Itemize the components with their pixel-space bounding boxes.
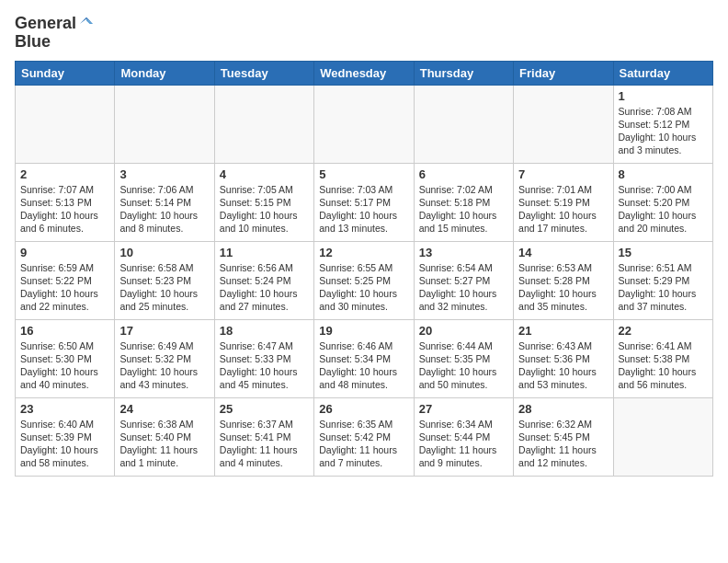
- calendar-week-2: 2Sunrise: 7:07 AM Sunset: 5:13 PM Daylig…: [16, 163, 713, 241]
- day-number: 15: [619, 246, 708, 259]
- calendar-cell: 9Sunrise: 6:59 AM Sunset: 5:22 PM Daylig…: [16, 241, 115, 319]
- day-number: 26: [319, 402, 408, 416]
- day-number: 14: [518, 246, 608, 259]
- day-info: Sunrise: 7:03 AM Sunset: 5:17 PM Dayligh…: [319, 183, 408, 236]
- calendar-cell: 4Sunrise: 7:05 AM Sunset: 5:15 PM Daylig…: [214, 163, 313, 241]
- day-info: Sunrise: 6:51 AM Sunset: 5:29 PM Dayligh…: [619, 261, 708, 314]
- day-info: Sunrise: 6:47 AM Sunset: 5:33 PM Dayligh…: [220, 339, 309, 392]
- weekday-header-tuesday: Tuesday: [214, 61, 313, 85]
- calendar-cell: 7Sunrise: 7:01 AM Sunset: 5:19 PM Daylig…: [514, 163, 613, 241]
- day-info: Sunrise: 6:40 AM Sunset: 5:39 PM Dayligh…: [20, 418, 109, 470]
- calendar-cell: [214, 85, 313, 163]
- day-info: Sunrise: 6:44 AM Sunset: 5:35 PM Dayligh…: [419, 339, 508, 392]
- calendar-week-4: 16Sunrise: 6:50 AM Sunset: 5:30 PM Dayli…: [16, 319, 713, 397]
- day-number: 19: [319, 324, 408, 338]
- day-info: Sunrise: 7:07 AM Sunset: 5:13 PM Dayligh…: [20, 183, 109, 236]
- day-number: 23: [20, 402, 109, 416]
- logo-icon: [78, 16, 95, 32]
- day-number: 1: [619, 89, 708, 103]
- calendar-cell: 27Sunrise: 6:34 AM Sunset: 5:44 PM Dayli…: [414, 397, 513, 476]
- day-number: 13: [419, 246, 508, 259]
- day-info: Sunrise: 7:08 AM Sunset: 5:12 PM Dayligh…: [619, 105, 708, 157]
- calendar-cell: 11Sunrise: 6:56 AM Sunset: 5:24 PM Dayli…: [214, 241, 313, 319]
- day-info: Sunrise: 6:55 AM Sunset: 5:25 PM Dayligh…: [319, 261, 408, 314]
- calendar-cell: 22Sunrise: 6:41 AM Sunset: 5:38 PM Dayli…: [613, 319, 712, 397]
- day-number: 17: [119, 324, 209, 338]
- day-number: 25: [220, 402, 309, 416]
- calendar-cell: [414, 85, 513, 163]
- day-number: 21: [518, 324, 608, 338]
- day-info: Sunrise: 6:50 AM Sunset: 5:30 PM Dayligh…: [20, 339, 109, 392]
- day-number: 18: [220, 324, 309, 338]
- logo: General Blue: [15, 15, 95, 52]
- weekday-header-friday: Friday: [514, 61, 613, 85]
- calendar-week-1: 1Sunrise: 7:08 AM Sunset: 5:12 PM Daylig…: [16, 85, 713, 163]
- calendar-cell: 17Sunrise: 6:49 AM Sunset: 5:32 PM Dayli…: [115, 319, 214, 397]
- weekday-header-wednesday: Wednesday: [314, 61, 414, 85]
- day-info: Sunrise: 6:35 AM Sunset: 5:42 PM Dayligh…: [319, 418, 408, 470]
- calendar-cell: 23Sunrise: 6:40 AM Sunset: 5:39 PM Dayli…: [16, 397, 115, 476]
- day-info: Sunrise: 7:05 AM Sunset: 5:15 PM Dayligh…: [220, 183, 309, 236]
- day-number: 7: [518, 167, 608, 181]
- weekday-header-monday: Monday: [115, 61, 214, 85]
- calendar-cell: 6Sunrise: 7:02 AM Sunset: 5:18 PM Daylig…: [414, 163, 513, 241]
- calendar-cell: 12Sunrise: 6:55 AM Sunset: 5:25 PM Dayli…: [314, 241, 414, 319]
- day-info: Sunrise: 7:00 AM Sunset: 5:20 PM Dayligh…: [619, 183, 708, 236]
- day-number: 22: [619, 324, 708, 338]
- calendar-cell: 1Sunrise: 7:08 AM Sunset: 5:12 PM Daylig…: [613, 85, 712, 163]
- calendar-cell: [115, 85, 214, 163]
- calendar-cell: 26Sunrise: 6:35 AM Sunset: 5:42 PM Dayli…: [314, 397, 414, 476]
- day-info: Sunrise: 6:59 AM Sunset: 5:22 PM Dayligh…: [20, 261, 109, 314]
- calendar-cell: [514, 85, 613, 163]
- calendar-cell: 18Sunrise: 6:47 AM Sunset: 5:33 PM Dayli…: [214, 319, 313, 397]
- calendar-cell: 2Sunrise: 7:07 AM Sunset: 5:13 PM Daylig…: [16, 163, 115, 241]
- day-info: Sunrise: 6:38 AM Sunset: 5:40 PM Dayligh…: [119, 418, 209, 470]
- day-number: 6: [419, 167, 508, 181]
- day-number: 11: [220, 246, 309, 259]
- day-info: Sunrise: 6:49 AM Sunset: 5:32 PM Dayligh…: [119, 339, 209, 392]
- day-number: 5: [319, 167, 408, 181]
- day-number: 12: [319, 246, 408, 259]
- day-info: Sunrise: 6:37 AM Sunset: 5:41 PM Dayligh…: [220, 418, 309, 470]
- calendar-cell: [314, 85, 414, 163]
- day-info: Sunrise: 6:54 AM Sunset: 5:27 PM Dayligh…: [419, 261, 508, 314]
- calendar-cell: 15Sunrise: 6:51 AM Sunset: 5:29 PM Dayli…: [613, 241, 712, 319]
- day-number: 4: [220, 167, 309, 181]
- calendar-cell: 20Sunrise: 6:44 AM Sunset: 5:35 PM Dayli…: [414, 319, 513, 397]
- calendar-cell: 25Sunrise: 6:37 AM Sunset: 5:41 PM Dayli…: [214, 397, 313, 476]
- day-info: Sunrise: 6:34 AM Sunset: 5:44 PM Dayligh…: [419, 418, 508, 470]
- calendar-cell: 13Sunrise: 6:54 AM Sunset: 5:27 PM Dayli…: [414, 241, 513, 319]
- calendar-cell: 8Sunrise: 7:00 AM Sunset: 5:20 PM Daylig…: [613, 163, 712, 241]
- calendar-week-3: 9Sunrise: 6:59 AM Sunset: 5:22 PM Daylig…: [16, 241, 713, 319]
- day-number: 20: [419, 324, 508, 338]
- calendar-cell: 28Sunrise: 6:32 AM Sunset: 5:45 PM Dayli…: [514, 397, 613, 476]
- day-info: Sunrise: 6:46 AM Sunset: 5:34 PM Dayligh…: [319, 339, 408, 392]
- weekday-header-saturday: Saturday: [613, 61, 712, 85]
- day-number: 10: [119, 246, 209, 259]
- calendar-cell: 3Sunrise: 7:06 AM Sunset: 5:14 PM Daylig…: [115, 163, 214, 241]
- day-info: Sunrise: 6:53 AM Sunset: 5:28 PM Dayligh…: [518, 261, 608, 314]
- calendar-cell: [16, 85, 115, 163]
- day-info: Sunrise: 6:56 AM Sunset: 5:24 PM Dayligh…: [220, 261, 309, 314]
- day-info: Sunrise: 6:41 AM Sunset: 5:38 PM Dayligh…: [619, 339, 708, 392]
- calendar-cell: 16Sunrise: 6:50 AM Sunset: 5:30 PM Dayli…: [16, 319, 115, 397]
- calendar-table: SundayMondayTuesdayWednesdayThursdayFrid…: [15, 61, 713, 477]
- day-number: 8: [619, 167, 708, 181]
- logo-blue: Blue: [15, 33, 51, 52]
- weekday-header-sunday: Sunday: [16, 61, 115, 85]
- day-number: 28: [518, 402, 608, 416]
- day-info: Sunrise: 6:43 AM Sunset: 5:36 PM Dayligh…: [518, 339, 608, 392]
- day-info: Sunrise: 6:32 AM Sunset: 5:45 PM Dayligh…: [518, 418, 608, 470]
- calendar-cell: 21Sunrise: 6:43 AM Sunset: 5:36 PM Dayli…: [514, 319, 613, 397]
- day-number: 2: [20, 167, 109, 181]
- calendar-cell: 19Sunrise: 6:46 AM Sunset: 5:34 PM Dayli…: [314, 319, 414, 397]
- day-number: 27: [419, 402, 508, 416]
- weekday-header-row: SundayMondayTuesdayWednesdayThursdayFrid…: [16, 61, 713, 85]
- day-number: 16: [20, 324, 109, 338]
- logo-general: General: [15, 15, 76, 33]
- calendar-cell: [613, 397, 712, 476]
- weekday-header-thursday: Thursday: [414, 61, 513, 85]
- calendar-cell: 10Sunrise: 6:58 AM Sunset: 5:23 PM Dayli…: [115, 241, 214, 319]
- day-info: Sunrise: 6:58 AM Sunset: 5:23 PM Dayligh…: [119, 261, 209, 314]
- day-info: Sunrise: 7:06 AM Sunset: 5:14 PM Dayligh…: [119, 183, 209, 236]
